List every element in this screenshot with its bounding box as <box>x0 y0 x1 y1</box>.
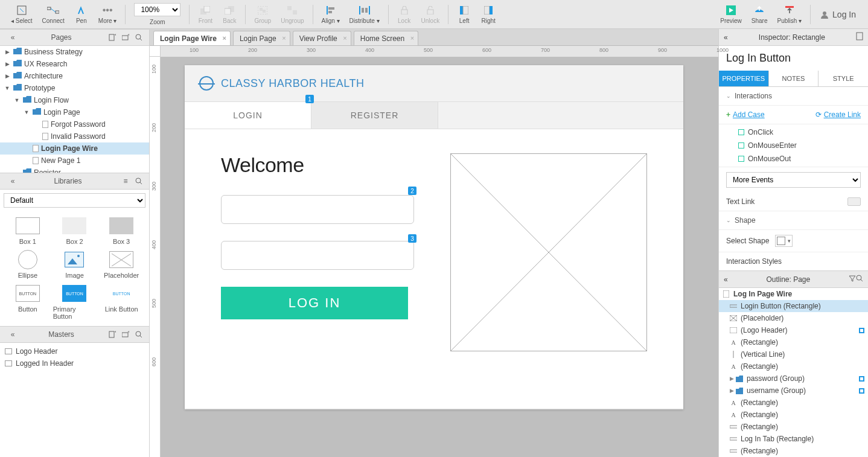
search-lib-icon[interactable] <box>133 176 144 187</box>
zoom-select[interactable]: 100% <box>134 3 180 16</box>
login-button[interactable]: LOG IN <box>221 287 408 319</box>
outline-item[interactable]: (Rectangle) <box>719 421 868 433</box>
master-item[interactable]: Logo Header <box>5 345 144 357</box>
document-tab[interactable]: Login Page× <box>233 31 290 45</box>
login-tab[interactable]: LOGIN <box>185 102 311 129</box>
username-field[interactable] <box>221 195 414 224</box>
tab-style[interactable]: STYLE <box>819 71 868 86</box>
group-tool[interactable]: Group <box>249 3 276 25</box>
document-tab[interactable]: Home Screen× <box>354 31 418 45</box>
unlock-tool[interactable]: Unlock <box>416 3 445 25</box>
search-outline-icon[interactable] <box>856 275 863 284</box>
left-panel-toggle[interactable]: Left <box>452 3 476 25</box>
outline-item[interactable]: (Placeholder) <box>719 312 868 324</box>
add-page-icon[interactable]: + <box>107 32 118 43</box>
align-tool[interactable]: Align ▾ <box>317 3 345 25</box>
document-tab[interactable]: Login Page Wire× <box>153 31 231 45</box>
close-tab-icon[interactable]: × <box>282 34 286 42</box>
lib-placeholder[interactable]: Placeholder <box>100 251 143 279</box>
close-tab-icon[interactable]: × <box>222 34 226 42</box>
canvas[interactable]: CLASSY HARBOR HEALTH LOGIN REGISTER 1 We… <box>161 57 718 457</box>
lib-primary-button[interactable]: BUTTONPrimary Button <box>53 285 97 320</box>
lib-image[interactable]: Image <box>53 251 97 279</box>
zoom-control[interactable]: 100% Zoom <box>129 2 185 27</box>
outline-item[interactable]: ▶password (Group) <box>719 372 868 385</box>
right-panel-toggle[interactable]: Right <box>476 3 500 25</box>
tree-item[interactable]: ▶Business Strategy <box>0 46 149 58</box>
collapse-outline-icon[interactable]: « <box>724 275 728 284</box>
pages-tree[interactable]: ▶Business Strategy▶UX Research▶Architect… <box>0 46 149 173</box>
outline-item[interactable]: Login Button (Rectangle) <box>719 300 868 312</box>
collapse-inspector-icon[interactable]: « <box>724 33 728 42</box>
tree-item[interactable]: ▼Login Flow <box>0 94 149 106</box>
add-master-folder-icon[interactable]: + <box>120 329 131 340</box>
select-tool[interactable]: ◂ Select <box>6 3 37 25</box>
preview-button[interactable]: Preview <box>715 3 747 25</box>
outline-item[interactable]: (Vertical Line) <box>719 348 868 360</box>
lib-box3[interactable]: Box 3 <box>100 217 143 245</box>
back-tool[interactable]: Back <box>217 3 241 25</box>
tree-item[interactable]: ▶UX Research <box>0 58 149 70</box>
document-tab[interactable]: View Profile× <box>293 31 351 45</box>
outline-item[interactable]: A(Rectangle) <box>719 397 868 409</box>
outline-item[interactable]: A(Rectangle) <box>719 360 868 372</box>
tree-item[interactable]: ▼Prototype <box>0 82 149 94</box>
create-link[interactable]: Create Link <box>824 110 861 119</box>
lib-ellipse[interactable]: Ellipse <box>6 251 49 279</box>
outline-root[interactable]: Log In Page Wire <box>719 288 868 300</box>
ungroup-tool[interactable]: Ungroup <box>276 3 308 25</box>
search-masters-icon[interactable] <box>133 329 144 340</box>
share-button[interactable]: Share <box>747 3 773 25</box>
library-select[interactable]: Default <box>4 193 145 208</box>
collapse-libraries-icon[interactable]: « <box>7 176 18 187</box>
outline-item[interactable]: Log In Tab (Rectangle) <box>719 433 868 445</box>
collapse-icon[interactable]: « <box>7 32 18 43</box>
event-onmouseout[interactable]: OnMouseOut <box>726 152 861 165</box>
lib-box1[interactable]: Box 1 <box>6 217 49 245</box>
tab-properties[interactable]: PROPERTIES <box>719 71 769 86</box>
tree-item[interactable]: Login Page Wire <box>0 142 149 155</box>
outline-item[interactable]: (Rectangle) <box>719 445 868 457</box>
account-login[interactable]: Log In <box>814 7 862 22</box>
close-tab-icon[interactable]: × <box>410 34 414 42</box>
tree-item[interactable]: Register <box>0 167 149 173</box>
note-icon[interactable] <box>856 32 863 42</box>
front-tool[interactable]: Front <box>193 3 217 25</box>
connect-tool[interactable]: Connect <box>37 3 69 25</box>
add-master-icon[interactable]: + <box>107 329 118 340</box>
event-onclick[interactable]: OnClick <box>726 126 861 139</box>
register-tab[interactable]: REGISTER <box>311 102 438 129</box>
tree-item[interactable]: Forgot Password <box>0 118 149 130</box>
outline-item[interactable]: ▶username (Group) <box>719 385 868 397</box>
lib-link-button[interactable]: BUTTONLink Button <box>100 285 143 320</box>
outline-tree[interactable]: Log In Page WireLogin Button (Rectangle)… <box>719 288 868 457</box>
publish-button[interactable]: Publish ▾ <box>772 3 806 25</box>
tree-item[interactable]: Invalid Password <box>0 130 149 142</box>
artboard[interactable]: CLASSY HARBOR HEALTH LOGIN REGISTER 1 We… <box>185 65 683 409</box>
add-case-link[interactable]: Add Case <box>733 110 765 119</box>
event-onmouseenter[interactable]: OnMouseEnter <box>726 139 861 152</box>
add-folder-icon[interactable]: + <box>120 32 131 43</box>
lib-menu-icon[interactable]: ≡ <box>120 176 131 187</box>
tree-item[interactable]: New Page 1 <box>0 155 149 167</box>
lib-button[interactable]: BUTTONButton <box>6 285 49 320</box>
text-link-toggle[interactable] <box>847 197 861 206</box>
more-events-select[interactable]: More Events <box>726 172 861 188</box>
password-field[interactable] <box>221 241 414 270</box>
tab-notes[interactable]: NOTES <box>769 71 819 86</box>
shape-picker[interactable]: ▾ <box>775 235 793 247</box>
search-pages-icon[interactable] <box>133 32 144 43</box>
tree-item[interactable]: ▶Architecture <box>0 70 149 82</box>
tree-item[interactable]: ▼Login Page <box>0 106 149 118</box>
lib-box2[interactable]: Box 2 <box>53 217 97 245</box>
master-item[interactable]: Logged In Header <box>5 357 144 369</box>
image-placeholder[interactable] <box>450 153 647 351</box>
more-tool[interactable]: •••More ▾ <box>94 3 122 25</box>
outline-item[interactable]: A(Rectangle) <box>719 409 868 421</box>
distribute-tool[interactable]: Distribute ▾ <box>345 3 385 25</box>
pen-tool[interactable]: Pen <box>69 3 94 25</box>
close-tab-icon[interactable]: × <box>343 34 346 42</box>
lock-tool[interactable]: Lock <box>392 3 416 25</box>
outline-item[interactable]: A(Rectangle) <box>719 336 868 348</box>
filter-outline-icon[interactable] <box>849 275 856 284</box>
